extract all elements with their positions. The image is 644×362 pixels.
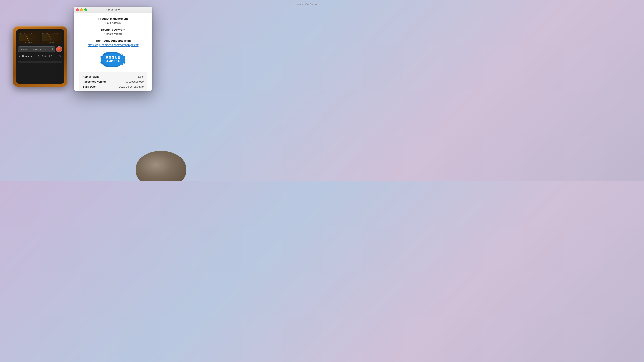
app-version-row: App Version: 1.6.5 <box>83 75 144 79</box>
vu-needle-left <box>25 35 29 41</box>
chevron-down-icon <box>52 49 53 50</box>
zoom-button[interactable] <box>84 8 87 11</box>
window-content: Product Management Paul Kafasis Design &… <box>74 13 152 91</box>
version-box: App Version: 1.6.5 Repository Version: 7… <box>79 72 147 91</box>
chevron-up-icon <box>52 48 53 49</box>
team-section: The Rogue Amoeba Team https://rogueamoeb… <box>79 39 147 47</box>
vu-meter-right: -20 -10 -7 -5 -3 + PIEZO <box>41 31 62 44</box>
design-title: Design & Artwork <box>79 28 147 32</box>
source-arrows-icon <box>52 48 53 50</box>
app-version-label: App Version: <box>83 75 99 79</box>
window-titlebar: About Piezo <box>74 7 152 13</box>
vu-label-left: PIEZO <box>19 41 39 43</box>
rock-decoration <box>136 151 186 181</box>
close-button[interactable] <box>76 8 79 11</box>
record-button[interactable] <box>56 46 62 52</box>
repo-version-label: Repository Version: <box>83 80 107 84</box>
team-link[interactable]: https://rogueamoeba.com/company/#staff <box>88 43 138 47</box>
window-title: About Piezo <box>106 8 120 11</box>
repo-version-value: 741f199e5cf4020 <box>123 80 144 84</box>
build-date-label: Build Date: <box>83 85 96 89</box>
vu-needle-right <box>48 34 52 41</box>
piezo-widget: -20 -10 -7 -5 -3 + PIEZO -20 -10 -7 <box>13 26 67 87</box>
ace-version-value: 11.1.4 <box>136 90 144 91</box>
source-value: <Select a source> <box>33 48 47 50</box>
product-management-value: Paul Kafasis <box>79 21 147 25</box>
team-title: The Rogue Amoeba Team <box>79 39 147 43</box>
svg-point-9 <box>109 57 110 57</box>
repo-version-row: Repository Version: 741f199e5cf4020 <box>83 80 144 84</box>
watermark: www.MacW.com <box>297 2 319 6</box>
recording-timer: 0 : 0 0 : 0 0 <box>38 55 52 57</box>
build-date-row: Build Date: 2020-05-06 16:08:49 <box>83 85 144 89</box>
ace-version-row: Installed ACE Version: 11.1.4 <box>83 90 144 91</box>
product-management-section: Product Management Paul Kafasis <box>79 17 147 25</box>
settings-button[interactable]: ⚙ <box>58 54 62 58</box>
ace-version-label: Installed ACE Version: <box>83 90 111 91</box>
design-value: Christa Mrgan <box>79 32 147 36</box>
product-management-title: Product Management <box>79 17 147 21</box>
design-section: Design & Artwork Christa Mrgan <box>79 28 147 36</box>
source-row: SOURCE: <Select a source> <box>18 46 62 52</box>
svg-text:AMOEBA: AMOEBA <box>106 60 120 63</box>
rogue-amoeba-logo: ROGUE AMOEBA <box>99 51 127 69</box>
vu-meter-left: -20 -10 -7 -5 -3 + PIEZO <box>18 31 40 44</box>
minimize-button[interactable] <box>80 8 83 11</box>
vu-meters: -20 -10 -7 -5 -3 + PIEZO -20 -10 -7 <box>18 31 62 44</box>
recording-row: My Recording 0 : 0 0 : 0 0 ⚙ <box>18 54 62 59</box>
build-date-value: 2020-05-06 16:08:49 <box>119 85 144 89</box>
app-version-value: 1.6.5 <box>138 75 144 79</box>
traffic-lights <box>76 8 87 11</box>
svg-text:ROGUE: ROGUE <box>106 55 120 59</box>
vu-label-right: PIEZO <box>42 41 61 43</box>
level-bar <box>18 61 62 63</box>
source-label: SOURCE: <box>20 48 29 50</box>
recording-name: My Recording <box>19 55 33 57</box>
about-window: About Piezo Product Management Paul Kafa… <box>74 7 152 91</box>
source-select[interactable]: SOURCE: <Select a source> <box>18 46 55 52</box>
